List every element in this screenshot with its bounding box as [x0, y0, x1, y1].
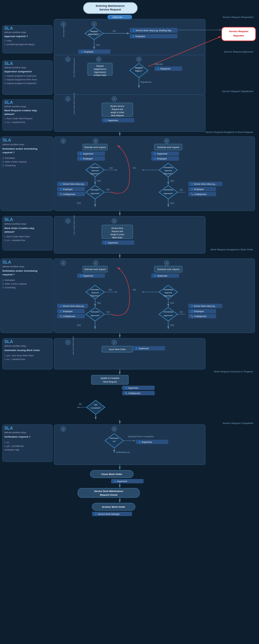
- employee-right: 👤 Employee: [191, 188, 204, 191]
- supervisor-verification: 👤 Supervisor: [138, 441, 152, 443]
- sla7-title: SLA: [4, 339, 13, 344]
- dispatch-reject-text2: Reject ?: [135, 70, 143, 72]
- workflow-diagram: Entering Maintenance Service Request 👤 C…: [0, 0, 259, 644]
- est-approved-no: NO: [107, 189, 110, 191]
- review-sr-text2: Request and: [112, 108, 123, 111]
- update-complete-wr2: Work Request: [103, 381, 117, 383]
- sla3-title: SLA: [4, 100, 13, 105]
- sla2-heading: Supervisor assignment: [4, 70, 32, 73]
- sla6-subtitle: defined workflow steps: [2, 265, 24, 268]
- sla4-item1: 1. Estimation: [2, 157, 15, 159]
- sd-role-wo-left: 👤 Service Desk role(s) eg...: [60, 305, 85, 307]
- entry-title: Entering Maintenance: [96, 4, 125, 7]
- sched-yes-label: YES: [170, 180, 174, 182]
- sla8-item3: verification step: [4, 449, 19, 451]
- verification-ok-text: Verification ok !: [116, 451, 131, 453]
- sla6-heading: Estimation and/or Scheduling: [2, 269, 37, 272]
- step2-num: 2: [94, 23, 95, 25]
- sla8-heading: Verification required ?: [4, 435, 31, 438]
- review-wo-text2: Request and: [112, 230, 123, 233]
- sched-no-label: NO: [133, 167, 136, 169]
- sched-wo-app2: Approved?: [164, 315, 173, 316]
- sched-wo-req2: Approval: [165, 292, 172, 294]
- sched-approval-req3: Required ?: [164, 173, 173, 175]
- craftsperson-left: 🔧 Craftsperson: [60, 193, 75, 196]
- entry-subtitle: Service Request: [99, 8, 121, 11]
- sla8-subtitle: defined workflow steps: [4, 431, 26, 434]
- sla4-step1: 1: [63, 140, 64, 142]
- sla6-title: SLA: [2, 260, 11, 265]
- sla3-step1: 1: [67, 98, 69, 100]
- est-wo-no: NO: [109, 289, 112, 291]
- issue-wo-box: Issue Work Order: [109, 348, 126, 350]
- svg-rect-117: [54, 425, 205, 465]
- sla5-item2: 2. no -> standard flow: [4, 239, 25, 241]
- sla7-heading1: Automatic Issuing Work Order: [4, 349, 40, 352]
- est-approved2: Approved?: [90, 193, 100, 194]
- sched-wo-yes: YES: [170, 302, 174, 304]
- sched-wo-no: NO: [133, 289, 136, 291]
- sla1-subtitle: defined workflow steps: [4, 31, 26, 34]
- est-no-label: NO: [110, 167, 113, 169]
- estimate-wr-box: Estimate work request: [84, 146, 106, 149]
- sla2-item1: 1. request assigned to Supervisor: [4, 75, 37, 77]
- wr-completed1: WR: [94, 404, 98, 406]
- sched-wo-app-yes: YES: [170, 324, 174, 326]
- sla3-heading2: defined?: [4, 113, 15, 116]
- verification-ok1: Verification: [110, 437, 119, 439]
- sla2-step3: 3: [138, 58, 140, 61]
- sched-approved-yes: YES: [170, 202, 174, 204]
- sla4-title: SLA: [2, 138, 11, 142]
- sla7-item2: 2. no -> standard flow: [4, 358, 25, 360]
- sla6-item3: 3. Scheduling: [2, 286, 16, 289]
- wr-completed2: Completed?: [91, 407, 101, 409]
- sla5-heading1: Work Order Creation step: [4, 227, 34, 230]
- review-sr-text4: Work Request: [111, 114, 123, 117]
- sla1-title: SLA: [4, 26, 13, 31]
- sla5-title: SLA: [4, 217, 13, 222]
- dispatched-label: Dispatched: [140, 81, 151, 83]
- sla3-item2: 2. no -> standard flow: [4, 121, 25, 123]
- yes-label1: YES: [96, 44, 100, 46]
- client-role-label: 👤 Client role: [109, 16, 123, 19]
- sla4-step3: 3: [166, 140, 167, 142]
- section-dispatched-label: Service Request Dispatched: [222, 90, 253, 93]
- sd-closed-text1: Service Desk Maintenance: [94, 490, 123, 493]
- supervisor-wr: 👤 Supervisor: [125, 387, 139, 389]
- sla4-subtitle: defined workflow steps: [2, 143, 24, 146]
- service-desk-role1: 👤 Service Desk role(s) eg. Building Mgr.…: [132, 29, 173, 32]
- sla1-item1: 1. none: [4, 40, 11, 42]
- sd-role-wo-right: 👤 Service Desk role(s) eg...: [191, 305, 216, 307]
- schedule-wo-box: Schedule work request: [157, 268, 179, 271]
- auto-create-wo-label: auto Create Work Order: [73, 215, 75, 235]
- craftsperson-wo-left: 🔧 Craftsperson: [60, 315, 75, 318]
- sd-manager-role: 👤 Service Desk Manager: [94, 513, 120, 515]
- sla8-step2: 2: [114, 428, 115, 430]
- sla2-title: SLA: [4, 61, 13, 66]
- sched-approved1: Scheduling: [164, 189, 173, 191]
- sla6-step3: 3: [166, 262, 167, 264]
- sched-approved2: Approved?: [164, 193, 173, 194]
- est-wo-app1: Estimation: [91, 311, 99, 313]
- dispatch-reject-text1: Dispatch: [135, 67, 143, 69]
- section-issued-label: Work Request Issued & In Progress: [214, 370, 253, 373]
- est-wo-req2: Approval: [91, 292, 99, 294]
- review-wo-text3: assign to (new): [111, 233, 124, 236]
- no-label1: NO: [113, 30, 116, 32]
- sla4-step2: 2: [95, 140, 96, 142]
- supervisor-close-wo: 👤 Supervisor: [114, 480, 127, 483]
- sla3-subtitle: defined workflow steps: [4, 105, 26, 108]
- auto-create-wr-label: auto create Work Request: [73, 93, 75, 114]
- employee-wo-left: 👤 Employee: [60, 310, 73, 313]
- review-wo-text4: Work Order: [112, 236, 123, 239]
- sla7-subtitle: defined workflow steps: [4, 345, 26, 347]
- sched-wo-req1: Scheduling: [164, 289, 173, 290]
- est-wo-yes: YES: [97, 302, 101, 304]
- sla6-item2: 2. either of them required: [2, 283, 27, 285]
- sla6-item1: 1. Estimation: [2, 279, 15, 281]
- sla4-heading: Estimation and/or Scheduling: [2, 147, 37, 150]
- est-wo-app-yes: YES: [77, 324, 81, 326]
- update-complete-wr1: Update & Complete: [100, 377, 119, 379]
- sched-approval-req2: Approval: [165, 170, 172, 172]
- sla3-step2: 2: [114, 98, 115, 100]
